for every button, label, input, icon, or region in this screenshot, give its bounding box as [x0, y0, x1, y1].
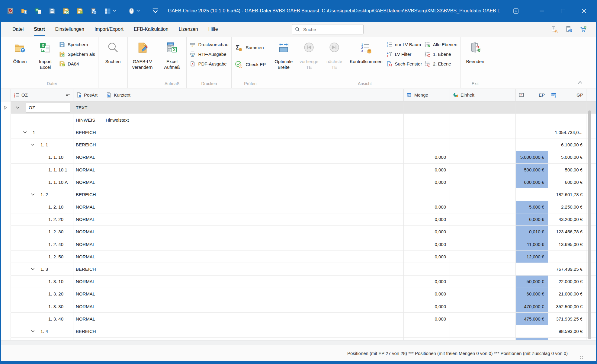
expand-chevron-icon[interactable]	[23, 130, 28, 134]
save-small-button[interactable]	[49, 8, 55, 14]
rtf-ausgabe-button[interactable]: WRTF-Ausgabe	[190, 51, 228, 57]
pdf-ausgabe-button[interactable]: APDF-Ausgabe	[190, 61, 228, 67]
save-as-small-button[interactable]	[63, 8, 69, 14]
da84-button[interactable]: DA84	[59, 61, 95, 67]
import-excel-button[interactable]: X ImportExcel	[34, 39, 57, 70]
table-row[interactable]: 1. 2 BEREICH 182.601,78 €	[0, 188, 596, 201]
speichern-als-button[interactable]: Speichern als	[59, 51, 95, 57]
cell-oz	[11, 114, 73, 126]
close-button[interactable]	[573, 0, 595, 22]
table-row[interactable]: 1 BEREICH 1.054.734,0...	[0, 126, 596, 139]
cell-posart: BEREICH	[73, 263, 103, 275]
summen-button[interactable]: ΣSummen	[235, 43, 266, 51]
nur-lv-baum-button[interactable]: nur LV-Baum	[387, 42, 422, 47]
menu-tab-start[interactable]: Start	[29, 22, 50, 37]
table-row[interactable]: 1. 3. 20 NORMAL 0,000 60,000 € 21.000,00…	[0, 288, 596, 300]
table-row[interactable]: 1. 1 BEREICH 6.100,00 €	[0, 139, 596, 151]
menu-tab-datei[interactable]: Datei	[7, 22, 29, 37]
table-row[interactable]: 1. 3. 10 NORMAL 0,000 50,000 € 22.000,00…	[0, 276, 596, 288]
report-preview-button[interactable]	[91, 8, 97, 14]
table-row[interactable]: 1. 1. 10 NORMAL 0,000 5.000,000 € 5.000,…	[0, 151, 596, 164]
menu-tab-einstellungen[interactable]: Einstellungen	[50, 22, 89, 37]
expand-chevron-icon[interactable]	[31, 143, 36, 147]
column-header-einheit[interactable]: Einheit	[450, 89, 516, 101]
table-row[interactable]: 1. 3 BEREICH 767.439,25 €	[0, 263, 596, 275]
menu-tab-import-export[interactable]: Import/Export	[89, 22, 129, 37]
table-row[interactable]: 1. 2. 30 NORMAL 0,000 0,010 € 123.456,78…	[0, 226, 596, 238]
maximize-button[interactable]	[552, 0, 573, 22]
table-row[interactable]: OZ TEXT	[0, 101, 596, 114]
mouse-settings-button[interactable]	[128, 8, 145, 14]
cell-gp: 371.939,25 €	[548, 313, 586, 325]
column-header-oz[interactable]: 123 OZ	[11, 89, 73, 101]
dock-window-button[interactable]	[505, 0, 526, 22]
suchen-button[interactable]: Suchen	[101, 39, 124, 64]
customize-toolbar-button[interactable]	[152, 8, 159, 14]
table-row[interactable]: 1. 3. 40 NORMAL 0,000 475,000 € 371.939,…	[0, 313, 596, 325]
menu-tab-hilfe[interactable]: Hilfe	[203, 22, 223, 37]
cell-oz: 1. 1. 10	[11, 151, 73, 164]
expand-chevron-icon[interactable]	[16, 106, 21, 109]
öffnen-button[interactable]: Öffnen	[8, 39, 31, 64]
vertical-scrollbar-thumb[interactable]	[588, 110, 591, 339]
remote-print-icon[interactable]	[551, 26, 558, 33]
expand-chevron-icon[interactable]	[31, 193, 36, 196]
lv-filter-button[interactable]: AZLV Filter	[387, 51, 422, 57]
save-da84-small-button[interactable]	[77, 8, 83, 14]
table-row[interactable]: 1. 2. 40 NORMAL 0,000 11,000 € 13.695,00…	[0, 238, 596, 251]
kontrollsummen-button[interactable]: 123 Kontrollsummen	[348, 39, 384, 64]
import-excel-small-button[interactable]: X	[35, 8, 41, 14]
column-header-posart[interactable]: PosArt	[73, 89, 103, 101]
minimize-button[interactable]	[531, 0, 552, 22]
app-logo-2025-button[interactable]: 2025	[7, 8, 14, 14]
cell-posart: NORMAL	[73, 251, 103, 263]
search-box[interactable]	[292, 24, 364, 34]
such-fenster-button[interactable]: Such-Fenster	[387, 61, 422, 67]
cell-filler	[586, 300, 596, 313]
table-row[interactable]: 1. 3. 30 NORMAL 0,000 470,000 € 352.500,…	[0, 300, 596, 313]
druckvorschau-button[interactable]: Druckvorschau	[190, 42, 228, 47]
chevron-down-icon	[113, 10, 121, 12]
2-ebene-button[interactable]: 22. Ebene	[425, 61, 457, 67]
svg-text:1: 1	[428, 55, 429, 57]
beenden-button[interactable]: Beenden	[464, 39, 487, 64]
alle-ebenen-button[interactable]: Alle Ebenen	[425, 42, 457, 47]
optimale-breite-button[interactable]: OptimaleBreite	[272, 39, 295, 70]
cell-gp: 22.000,00 €	[548, 276, 586, 288]
calc-excel-icon: 0.00X	[166, 40, 178, 55]
open-file-button[interactable]	[21, 8, 27, 14]
cell-kurztext	[103, 126, 404, 139]
check-ep-button[interactable]: €Check EP	[235, 60, 266, 68]
shop-cart-icon[interactable]	[580, 26, 587, 33]
lv-table: 123 OZ PosArt A Kurztext Menge Einheit Σ…	[0, 89, 596, 340]
1-ebene-button[interactable]: 11. Ebene	[425, 51, 457, 57]
grid-menu-button[interactable]	[104, 8, 121, 14]
row-indicator-gutter	[0, 126, 11, 139]
lv-tree-icon	[387, 42, 392, 47]
gaeb-lv-verändern-button[interactable]: GAEB-LVverändern	[131, 39, 154, 70]
menu-tab-lizenzen[interactable]: Lizenzen	[174, 22, 203, 37]
row-indicator-gutter	[0, 139, 11, 151]
search-input[interactable]	[303, 27, 360, 32]
excel-aufmaß-button[interactable]: 0.00X ExcelAufmaß	[160, 39, 183, 70]
column-header-ep[interactable]: Σ EP	[516, 89, 548, 101]
collapse-ribbon-button[interactable]	[578, 81, 583, 85]
resize-grip[interactable]	[580, 356, 584, 360]
table-row[interactable]: 1. 2. 10 NORMAL 0,000 5,000 € 2.250,00 €	[0, 201, 596, 213]
table-row[interactable]: 1. 4 BEREICH 98.593,00 €	[0, 325, 596, 337]
table-row[interactable]: 1. 1. 10.1 NORMAL 0,000 500,000 € 500,00…	[0, 164, 596, 176]
table-row[interactable]: 1. 2. 50 NORMAL 0,000 12,000 €	[0, 251, 596, 263]
doc-globe-icon[interactable]	[566, 26, 572, 33]
column-header-gp[interactable]: Σ GP	[548, 89, 586, 101]
column-header-menge[interactable]: Menge	[404, 89, 450, 101]
table-row[interactable]: 1. 1. 10.A NORMAL 0,000 600,000 € 600,00…	[0, 176, 596, 188]
expand-chevron-icon[interactable]	[31, 329, 36, 333]
oz-edit-box[interactable]: OZ	[26, 103, 70, 113]
table-row[interactable]: 1. 2. 20 NORMAL 0,000 6,000 € 43.200,00 …	[0, 213, 596, 226]
expand-chevron-icon[interactable]	[31, 267, 36, 271]
table-row[interactable]: HINWEIS Hinweistext	[0, 114, 596, 126]
cell-ep	[516, 126, 548, 139]
speichern-button[interactable]: Speichern	[59, 42, 95, 47]
menu-tab-efb-kalkulation[interactable]: EFB-Kalkulation	[129, 22, 174, 37]
column-header-kurztext[interactable]: A Kurztext	[103, 89, 404, 101]
